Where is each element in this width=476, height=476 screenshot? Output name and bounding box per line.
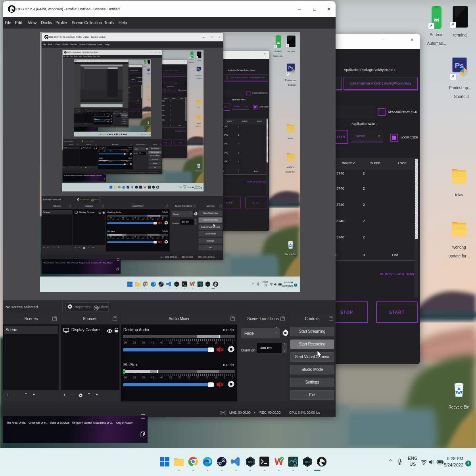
svg-text:nox: nox <box>305 461 310 463</box>
svg-text:Ps: Ps <box>198 68 200 70</box>
svg-text:Ps: Ps <box>455 61 464 70</box>
svg-text:nox: nox <box>207 284 209 285</box>
svg-text:Ps: Ps <box>288 66 294 70</box>
svg-text:nox: nox <box>175 284 178 285</box>
svg-text:nox: nox <box>248 461 253 463</box>
